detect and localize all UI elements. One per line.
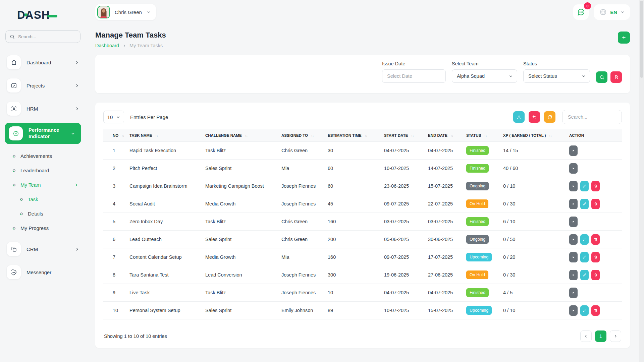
sidebar-item-projects[interactable]: Projects <box>0 76 86 95</box>
delete-task-button[interactable] <box>591 305 600 316</box>
user-menu[interactable]: Chris Green <box>95 4 156 20</box>
scrollbar-thumb[interactable] <box>640 1 643 78</box>
action-cell <box>567 160 622 177</box>
sidebar-item-details[interactable]: Details <box>0 206 86 221</box>
sidebar-search[interactable] <box>5 30 80 43</box>
breadcrumb-current: My Team Tasks <box>129 43 163 48</box>
end-date: 15-07-2025 <box>425 302 464 319</box>
edit-task-button[interactable] <box>580 181 589 191</box>
trash-icon <box>594 255 598 259</box>
previous-page-button[interactable] <box>580 330 592 342</box>
language-selector[interactable]: EN <box>594 4 630 20</box>
task-name: Tara Santana Test <box>127 266 203 284</box>
add-task-button[interactable] <box>618 32 630 44</box>
clear-filters-button[interactable] <box>610 71 622 83</box>
column-header[interactable]: TASK NAME↑↓ <box>127 129 203 142</box>
sidebar-item-my-team[interactable]: My Team <box>0 178 86 192</box>
refresh-icon <box>547 115 552 120</box>
notification-badge: 0 <box>584 2 591 9</box>
scrollbar-track[interactable] <box>639 0 644 362</box>
view-task-button[interactable] <box>569 305 578 316</box>
play-icon <box>572 149 575 152</box>
edit-task-button[interactable] <box>580 305 589 316</box>
edit-task-button[interactable] <box>580 199 589 209</box>
view-task-button[interactable] <box>569 217 578 227</box>
column-header[interactable]: STATUS↑↓ <box>464 129 500 142</box>
status-cell: Ongoing <box>464 177 500 195</box>
column-header[interactable]: START DATE↑↓ <box>381 129 425 142</box>
view-task-button[interactable] <box>569 252 578 262</box>
status-badge: Finished <box>466 164 489 173</box>
delete-task-button[interactable] <box>591 199 600 209</box>
estimation-time: 60 <box>325 177 381 195</box>
logo-text: DASH <box>17 9 50 21</box>
delete-task-button[interactable] <box>591 234 600 245</box>
sort-icon: ↑↓ <box>155 134 158 137</box>
refresh-button[interactable] <box>544 111 555 123</box>
sidebar-item-dashboard[interactable]: Dashboard <box>0 53 86 72</box>
status-cell: Finished <box>464 160 500 177</box>
xp-value: 4 / 5 <box>500 284 567 302</box>
sidebar-item-label: Messenger <box>26 269 79 275</box>
column-header[interactable]: END DATE↑↓ <box>425 129 464 142</box>
chevron-left-icon <box>584 334 588 338</box>
view-task-button[interactable] <box>569 288 578 298</box>
home-icon <box>7 55 21 69</box>
view-task-button[interactable] <box>569 163 578 174</box>
column-header[interactable]: ESTIMATION TIME↑↓ <box>325 129 381 142</box>
export-button[interactable] <box>513 111 525 123</box>
column-header[interactable]: XP ( EARNED / TOTAL )↑↓ <box>500 129 567 142</box>
chevron-right-icon <box>75 60 79 65</box>
column-header[interactable]: NO↑↓ <box>103 129 127 142</box>
pagination: 1 <box>580 330 621 342</box>
delete-task-button[interactable] <box>591 181 600 191</box>
chevron-right-icon <box>75 83 79 88</box>
delete-task-button[interactable] <box>591 270 600 280</box>
sidebar-item-label: Dashboard <box>26 60 69 65</box>
sidebar-item-task[interactable]: Task <box>0 192 86 206</box>
sort-icon: ↑↓ <box>245 134 248 137</box>
sidebar-item-leaderboard[interactable]: Leaderboard <box>0 163 86 178</box>
column-header[interactable]: ASSIGNED TO↑↓ <box>279 129 325 142</box>
view-task-button[interactable] <box>569 181 578 191</box>
sidebar-item-label: Details <box>28 211 78 217</box>
column-header[interactable]: CHALLENGE NAME↑↓ <box>203 129 279 142</box>
delete-task-button[interactable] <box>591 252 600 262</box>
status-select[interactable]: Select Status <box>523 69 590 83</box>
edit-task-button[interactable] <box>580 234 589 245</box>
pencil-icon <box>583 184 587 188</box>
notifications-button[interactable]: 0 <box>573 4 589 20</box>
sidebar-item-performance-indicator[interactable]: Performance Indicator <box>5 123 81 144</box>
action-cell <box>567 302 622 319</box>
breadcrumb-dashboard-link[interactable]: Dashboard <box>95 43 119 48</box>
estimation-time: 10 <box>325 284 381 302</box>
sidebar-item-hrm[interactable]: HRM <box>0 99 86 118</box>
sidebar-item-achievements[interactable]: Achievements <box>0 149 86 163</box>
task-name: Zero Inbox Day <box>127 213 203 231</box>
page-1-button[interactable]: 1 <box>595 330 606 342</box>
table-search-input[interactable] <box>562 110 622 124</box>
entries-per-page-select[interactable]: 10 <box>103 111 124 123</box>
view-task-button[interactable] <box>569 234 578 245</box>
play-icon <box>572 256 575 259</box>
chevron-down-icon <box>582 74 586 78</box>
view-task-button[interactable] <box>569 145 578 156</box>
sidebar-item-crm[interactable]: CRM <box>0 240 86 258</box>
sidebar-item-label: Projects <box>26 83 69 88</box>
edit-task-button[interactable] <box>580 270 589 280</box>
view-task-button[interactable] <box>569 270 578 280</box>
view-task-button[interactable] <box>569 199 578 209</box>
undo-button[interactable] <box>529 111 540 123</box>
sidebar-item-messenger[interactable]: Messenger <box>0 263 86 282</box>
team-select[interactable]: Alpha Squad <box>452 69 517 83</box>
edit-task-button[interactable] <box>580 252 589 262</box>
table-row: 2Pitch PerfectSales SprintMia6010-07-202… <box>103 160 622 177</box>
sidebar-item-my-progress[interactable]: My Progress <box>0 221 86 235</box>
challenge-name: Lead Conversion <box>203 266 279 284</box>
filter-search-button[interactable] <box>596 71 607 83</box>
start-date: 09-07-2025 <box>381 248 425 266</box>
chevron-right-icon <box>122 44 126 48</box>
issue-date-input[interactable] <box>382 69 446 83</box>
sidebar-search-input[interactable] <box>17 34 76 40</box>
next-page-button[interactable] <box>610 330 621 342</box>
